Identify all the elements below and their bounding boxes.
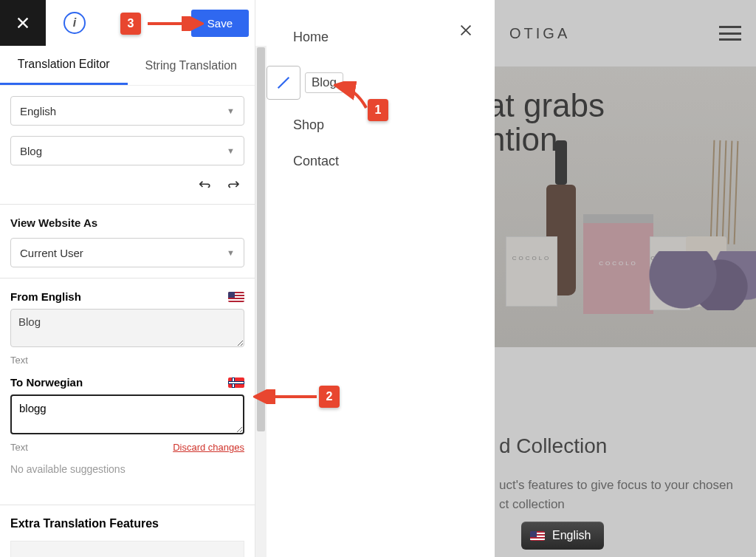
- close-menu-button[interactable]: [458, 22, 474, 43]
- section-title: d Collection: [499, 434, 752, 458]
- chevron-down-icon: ▼: [227, 248, 235, 257]
- sidebar-scrollbar[interactable]: [255, 46, 267, 557]
- language-switcher-label: English: [552, 529, 591, 542]
- callout-1: 1: [368, 99, 388, 121]
- us-flag-icon: [228, 292, 244, 302]
- source-type-label: Text: [10, 355, 244, 366]
- select-value: English: [20, 105, 56, 117]
- view-as-heading: View Website As: [10, 216, 244, 229]
- hero-headline: at grabs ntion: [495, 89, 605, 157]
- brand-logo: OTIGA: [509, 25, 570, 42]
- nav-home[interactable]: Home: [293, 30, 343, 45]
- view-as-select[interactable]: Current User ▼: [10, 238, 244, 267]
- tab-string-translation[interactable]: String Translation: [128, 46, 255, 85]
- section-text: uct's features to give focus to your cho…: [499, 476, 752, 515]
- from-language-label: From English: [10, 290, 81, 303]
- to-language-label: To Norwegian: [10, 376, 83, 389]
- lavender-decor: [645, 251, 756, 310]
- site-preview: OTIGA at grabs ntion COCOLO COCOLO COCOL…: [495, 0, 756, 557]
- close-editor-button[interactable]: [0, 0, 46, 46]
- scrollbar-thumb[interactable]: [257, 47, 265, 431]
- select-value: Current User: [20, 247, 83, 259]
- extra-features-heading: Extra Translation Features: [10, 517, 244, 530]
- pencil-icon: [275, 75, 292, 91]
- preview-header: OTIGA: [495, 0, 756, 66]
- undo-button[interactable]: ↩: [199, 176, 211, 194]
- editor-panel: English ▼ Blog ▼ ↩ ↪ View Website As Cur…: [0, 86, 255, 557]
- us-flag-icon: [530, 531, 545, 541]
- info-icon: i: [73, 16, 76, 30]
- product-jar: COCOLO: [506, 236, 557, 307]
- site-preview-menu: Home Blog Shop Contact: [267, 0, 495, 557]
- arrow-1: [334, 81, 369, 115]
- translation-input[interactable]: [10, 394, 244, 434]
- discard-changes-link[interactable]: Discard changes: [173, 442, 244, 453]
- redo-button[interactable]: ↪: [227, 176, 240, 194]
- edit-nav-item-button[interactable]: [267, 66, 300, 100]
- nav-shop[interactable]: Shop: [293, 117, 343, 133]
- translate-item-select[interactable]: Blog ▼: [10, 136, 244, 165]
- language-switcher[interactable]: English: [521, 522, 604, 550]
- no-flag-icon: [228, 377, 244, 388]
- nav-contact[interactable]: Contact: [293, 154, 343, 169]
- close-icon: [458, 22, 474, 38]
- arrow-3: [145, 16, 204, 34]
- arrow-2: [253, 389, 320, 407]
- source-text: [10, 309, 244, 347]
- callout-2: 2: [319, 386, 340, 408]
- close-icon: [15, 15, 31, 31]
- callout-3: 3: [120, 13, 141, 35]
- product-jar: COCOLO: [583, 214, 653, 314]
- info-button[interactable]: i: [63, 12, 86, 34]
- hamburger-button[interactable]: [719, 26, 741, 41]
- editor-tabs: Translation Editor String Translation: [0, 46, 255, 86]
- suggestions-empty: No available suggestions: [10, 463, 244, 475]
- chevron-down-icon: ▼: [227, 146, 235, 155]
- select-value: Blog: [20, 145, 42, 157]
- translation-sidebar: i Save Translation Editor String Transla…: [0, 0, 255, 557]
- translation-type-label: Text: [10, 442, 28, 453]
- tab-translation-editor[interactable]: Translation Editor: [0, 46, 128, 85]
- chevron-down-icon: ▼: [227, 106, 235, 115]
- extra-features-box: [10, 541, 244, 557]
- source-language-select[interactable]: English ▼: [10, 96, 244, 126]
